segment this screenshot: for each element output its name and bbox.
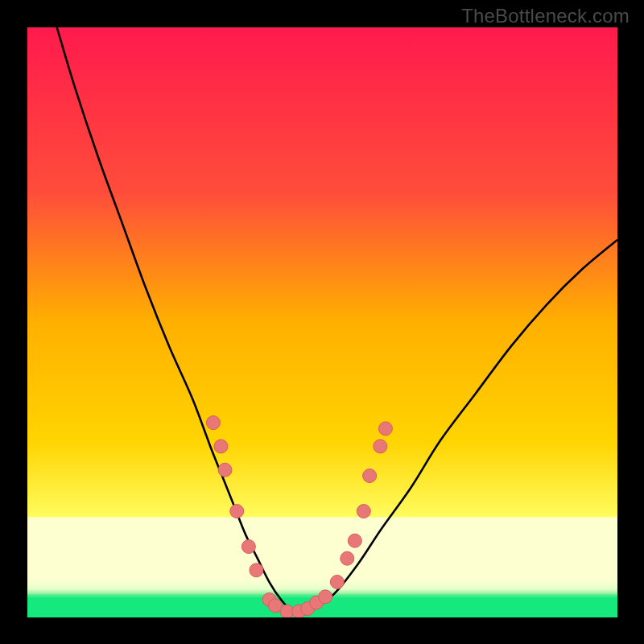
data-point [250, 564, 263, 577]
plot-area [27, 27, 617, 617]
data-point [218, 463, 232, 477]
data-point [319, 590, 332, 604]
data-point [374, 440, 387, 453]
data-point [378, 422, 392, 436]
data-point [348, 534, 361, 547]
data-point [206, 416, 220, 430]
data-point [357, 505, 370, 518]
data-point [242, 540, 255, 554]
data-point [214, 440, 228, 453]
data-point [363, 469, 377, 483]
chart-frame: TheBottleneck.com [0, 0, 644, 644]
watermark-text: TheBottleneck.com [461, 5, 630, 27]
data-point [230, 505, 244, 518]
bottleneck-chart [27, 27, 617, 617]
data-point [330, 576, 344, 589]
data-point [341, 551, 354, 565]
